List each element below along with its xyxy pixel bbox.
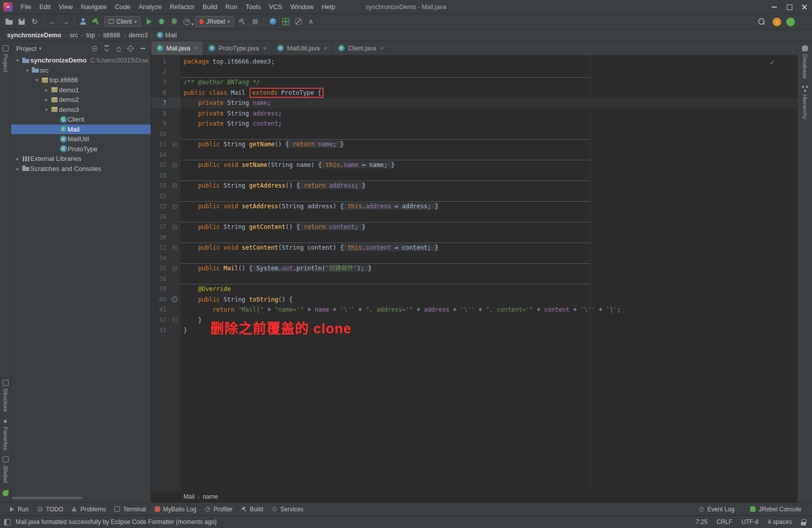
breadcrumb-item-demo3[interactable]: demo3 [129, 32, 148, 39]
close-icon[interactable]: × [324, 45, 327, 52]
tree-item-src[interactable]: ▾src [11, 66, 151, 76]
menu-build[interactable]: Build [199, 3, 221, 11]
back-icon[interactable]: ← [46, 16, 59, 28]
toolwindow-toggle-icon[interactable] [4, 519, 11, 525]
chevron-icon[interactable]: ▸ [14, 166, 21, 171]
sync-icon[interactable]: ↻ [28, 16, 41, 28]
expand-all-icon[interactable] [101, 43, 111, 53]
search-everywhere-icon[interactable] [755, 16, 768, 28]
tool-window-button-jrebel-console[interactable]: JRebel Console [746, 505, 805, 514]
run-icon[interactable] [143, 16, 155, 28]
code-line-10[interactable]: 10 [151, 129, 797, 140]
code-line-1[interactable]: 1package top.it6666.demo3; [151, 56, 797, 67]
gear-icon[interactable] [126, 43, 136, 53]
code-line-38[interactable]: 38 [151, 274, 797, 284]
code-line-15[interactable]: 15+ public void setName(String name) { t… [151, 160, 797, 170]
tree-item-client[interactable]: CClient [11, 114, 151, 125]
tree-item-demo3[interactable]: ▾demo3 [11, 105, 151, 115]
tool-window-button-favorites[interactable]: ★Favorites [3, 414, 9, 452]
chevron-icon[interactable]: ▸ [43, 97, 50, 102]
tree-item-demo2[interactable]: ▸demo2 [11, 95, 151, 105]
close-button[interactable] [797, 0, 812, 14]
chevron-down-icon[interactable]: ▾ [39, 46, 41, 51]
jrebel-status-icon[interactable] [786, 18, 795, 26]
forward-icon[interactable]: → [59, 16, 72, 28]
menu-refactor[interactable]: Refactor [166, 3, 199, 11]
jrebel-leaf-icon[interactable] [3, 490, 9, 496]
run-config-select[interactable]: Client▾ [104, 16, 141, 27]
tab-mail-java[interactable]: CMail.java× [151, 41, 203, 55]
code-line-8[interactable]: 8 private String address; [151, 108, 797, 119]
editor-breadcrumb-name[interactable]: name [203, 493, 218, 500]
tree-item-external-libraries[interactable]: ▸External Libraries [11, 154, 151, 164]
tool-window-button-terminal[interactable]: Terminal [110, 505, 149, 514]
mybatis-log-icon[interactable] [279, 16, 292, 28]
code-line-26[interactable]: 26 [151, 212, 797, 222]
code-line-9[interactable]: 9 private String content; [151, 119, 797, 129]
code-line-18[interactable]: 18 [151, 170, 797, 181]
tab-mailutil-java[interactable]: CMailUtil.java× [272, 41, 333, 55]
menu-tools[interactable]: Tools [241, 3, 265, 11]
code-line-22[interactable]: 22 [151, 191, 797, 202]
tool-window-button-structure[interactable]: Structure [3, 376, 9, 414]
tab-prototype-java[interactable]: CProtoType.java× [203, 41, 272, 55]
annotate-user-icon[interactable] [77, 16, 90, 28]
menu-navigate[interactable]: Navigate [77, 3, 110, 11]
menu-file[interactable]: File [17, 3, 35, 11]
chevron-icon[interactable]: ▸ [43, 87, 50, 93]
tool-window-button-mybatis-log[interactable]: MyBatis Log [151, 505, 200, 514]
menu-edit[interactable]: Edit [35, 3, 54, 11]
open-file-icon[interactable] [3, 16, 16, 28]
tree-item-prototype[interactable]: CProtoType [11, 144, 151, 154]
maximize-button[interactable] [782, 0, 797, 14]
fold-gutter-icon[interactable]: + [168, 184, 180, 188]
tool-window-button-profiler[interactable]: Profiler [201, 505, 236, 514]
tool-window-button-run[interactable]: Run [5, 505, 32, 514]
profiler-icon[interactable]: ▾ [180, 16, 193, 28]
code-line-41[interactable]: 41 return "Mail{" + "name='" + name + '\… [151, 305, 797, 315]
chevron-icon[interactable]: ▾ [14, 57, 21, 63]
indent-setting[interactable]: 4 spaces [768, 518, 792, 525]
save-all-icon[interactable] [16, 16, 28, 28]
code-line-35[interactable]: 35+ public Mail() { System.out.println("… [151, 263, 797, 274]
tool-window-button-project[interactable]: Project [0, 41, 11, 74]
code-line-11[interactable]: 11+ public String getName() { return nam… [151, 139, 797, 150]
tree-item-top-it6666[interactable]: ▾top.it6666 [11, 75, 151, 85]
tool-window-button-problems[interactable]: Problems [68, 505, 109, 514]
chevron-icon[interactable]: ▸ [14, 156, 21, 161]
editor[interactable]: 1package top.it6666.demo3;23/** @author … [151, 55, 797, 491]
tab-client-java[interactable]: CClient.java× [333, 41, 389, 55]
code-line-19[interactable]: 19+ public String getAddress() { return … [151, 181, 797, 191]
tool-window-button-database[interactable]: Database [798, 41, 812, 81]
tree-item-scratches-and-consoles[interactable]: ▸Scratches and Consoles [11, 164, 151, 174]
tree-item-synchronizedemo[interactable]: ▾synchronizeDemoC:\Users\30315\Dow [11, 55, 151, 66]
code-line-3[interactable]: 3/** @author BNTang */ [151, 77, 797, 88]
breadcrumb-item-it6666[interactable]: it6666 [103, 32, 120, 39]
breadcrumb-item-top[interactable]: top [86, 32, 95, 39]
breadcrumb-item-mail[interactable]: CMail [156, 32, 177, 39]
menu-run[interactable]: Run [221, 3, 241, 11]
chevron-icon[interactable]: ▾ [24, 68, 31, 73]
menu-window[interactable]: Window [286, 3, 318, 11]
tree-item-mail[interactable]: CMail [11, 125, 151, 135]
build-project-icon[interactable] [90, 16, 102, 28]
close-icon[interactable]: × [263, 45, 266, 52]
menu-vcs[interactable]: VCS [265, 3, 286, 11]
tool-window-button-event-log[interactable]: Event Log [695, 505, 738, 514]
project-scrollbar-horizontal[interactable] [12, 497, 83, 499]
lock-icon[interactable] [801, 519, 806, 525]
debug-icon[interactable] [155, 16, 168, 28]
browser-icon[interactable] [267, 16, 279, 28]
tree-item-demo1[interactable]: ▸demo1 [11, 85, 151, 95]
file-encoding[interactable]: UTF-8 [741, 518, 759, 525]
override-gutter-icon[interactable]: ↑ [168, 297, 180, 302]
close-icon[interactable]: × [194, 45, 198, 52]
breadcrumb-item-src[interactable]: src [70, 32, 78, 39]
caret-position[interactable]: 7:25 [696, 518, 707, 525]
code-line-27[interactable]: 27+ public String getContent() { return … [151, 222, 797, 232]
minimize-button[interactable] [767, 0, 782, 14]
stop-icon[interactable] [248, 16, 261, 28]
editor-breadcrumb-mail[interactable]: Mail [183, 493, 195, 500]
menu-analyze[interactable]: Analyze [135, 3, 166, 11]
chevron-icon[interactable]: ▾ [43, 107, 50, 112]
